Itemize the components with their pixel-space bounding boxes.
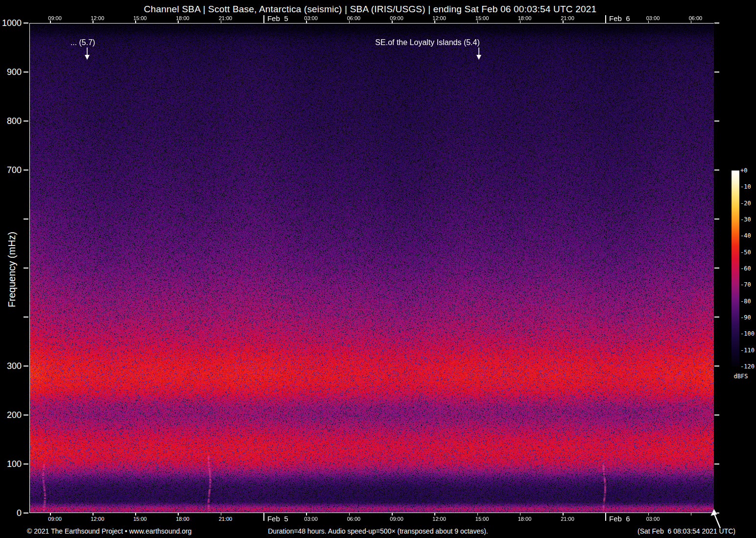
x-tick-label: 15:00 xyxy=(133,15,147,21)
y-tick xyxy=(714,121,719,122)
colorbar-tick-label: -120 xyxy=(740,363,755,370)
x-tick xyxy=(349,513,350,515)
y-tick xyxy=(714,170,719,171)
colorbar-tick-label: -10 xyxy=(740,183,751,190)
down-arrow-icon xyxy=(84,47,91,60)
x-tick xyxy=(263,513,264,521)
x-tick-label: 21:00 xyxy=(219,15,233,21)
chart-title: Channel SBA | Scott Base, Antarctica (se… xyxy=(0,4,740,15)
y-tick xyxy=(24,513,28,514)
colorbar-tick-label: -100 xyxy=(740,330,755,337)
x-tick-label: 03:00 xyxy=(304,516,318,522)
x-tick-label: Feb 5 xyxy=(267,14,288,23)
x-tick-label: 03:00 xyxy=(646,516,660,522)
x-tick-label: 15:00 xyxy=(133,516,147,522)
x-tick xyxy=(392,513,393,515)
colorbar-tick-label: -60 xyxy=(740,265,751,272)
x-tick-label: 09:00 xyxy=(48,516,62,522)
y-tick-label: 100 xyxy=(0,459,22,469)
x-tick-label: 12:00 xyxy=(432,15,446,21)
x-tick xyxy=(263,15,264,23)
y-tick xyxy=(714,219,719,220)
y-tick-label: 900 xyxy=(0,67,22,77)
y-tick xyxy=(714,366,719,367)
y-tick xyxy=(714,317,719,318)
x-tick-label: 06:00 xyxy=(347,15,361,21)
top-axis-spine xyxy=(29,23,714,24)
y-tick-label: 0 xyxy=(0,508,22,518)
colorbar-tick-label: -110 xyxy=(740,347,755,354)
x-tick-label: 06:00 xyxy=(347,516,361,522)
x-tick xyxy=(477,513,478,515)
x-tick-label: 09:00 xyxy=(48,15,62,21)
colorbar-tick-label: -30 xyxy=(740,216,751,223)
x-tick xyxy=(691,513,692,515)
spectrogram-page: Channel SBA | Scott Base, Antarctica (se… xyxy=(0,0,756,538)
plot-area: 09:0009:0012:0012:0015:0015:0018:0018:00… xyxy=(29,23,714,513)
x-tick-label: 18:00 xyxy=(176,516,189,522)
x-tick-label: 18:00 xyxy=(518,516,532,522)
colorbar-tick-label: -50 xyxy=(740,249,751,256)
colorbar-tick-label: -90 xyxy=(740,314,751,321)
y-tick xyxy=(714,464,719,465)
x-tick-label: 21:00 xyxy=(561,15,574,21)
x-tick xyxy=(93,513,94,515)
y-tick xyxy=(714,415,719,416)
x-tick xyxy=(178,513,179,515)
x-tick-label: 09:00 xyxy=(390,15,403,21)
y-tick xyxy=(24,317,28,318)
y-tick xyxy=(24,72,28,73)
x-tick-label: 06:00 xyxy=(689,15,703,21)
bottom-axis-spine xyxy=(29,513,714,513)
y-tick xyxy=(24,415,28,416)
y-tick-label: 1000 xyxy=(0,18,22,28)
x-tick-label: 09:00 xyxy=(390,516,403,522)
y-tick xyxy=(24,366,28,367)
left-axis-spine xyxy=(29,23,30,513)
x-tick-label: 03:00 xyxy=(646,15,660,21)
y-tick xyxy=(714,23,719,24)
y-tick-label: 700 xyxy=(0,165,22,175)
x-tick xyxy=(520,513,521,515)
x-tick-label: 15:00 xyxy=(475,516,489,522)
y-tick xyxy=(24,268,28,269)
colorbar-unit-label: dBFS xyxy=(729,373,753,380)
y-tick xyxy=(24,23,28,24)
colorbar-tick-label: -40 xyxy=(740,232,751,239)
spectrogram-canvas xyxy=(29,23,714,513)
x-tick-label: Feb 5 xyxy=(267,514,288,523)
y-tick xyxy=(24,219,28,220)
x-tick-label: 18:00 xyxy=(176,15,189,21)
colorbar-labels: +0-10-20-30-40-50-60-70-80-90-100-110-12… xyxy=(740,171,756,371)
x-tick-label: 03:00 xyxy=(304,15,318,21)
down-arrow-icon xyxy=(475,47,482,60)
x-tick-label: 12:00 xyxy=(432,516,446,522)
x-tick-label: Feb 6 xyxy=(609,14,630,23)
x-tick xyxy=(563,513,564,515)
event-annotation-label: ... (5.7) xyxy=(71,38,95,47)
y-tick xyxy=(714,268,719,269)
colorbar-tick-label: -70 xyxy=(740,281,751,288)
colorbar xyxy=(732,171,739,367)
event-annotation-label: SE.of the Loyalty Islands (5.4) xyxy=(375,38,479,47)
x-tick xyxy=(306,513,307,515)
x-tick-label: 12:00 xyxy=(91,15,104,21)
y-axis-title: Frequency (mHz) xyxy=(6,232,18,307)
y-tick xyxy=(24,464,28,465)
x-tick xyxy=(648,513,649,515)
mouse-cursor-icon xyxy=(709,508,724,530)
x-tick xyxy=(434,513,435,515)
x-tick-label: 15:00 xyxy=(475,15,489,21)
y-tick xyxy=(714,72,719,73)
x-tick-label: 12:00 xyxy=(91,516,104,522)
y-tick-label: 800 xyxy=(0,116,22,126)
colorbar-tick-label: -80 xyxy=(740,298,751,305)
x-tick xyxy=(50,513,51,515)
y-tick xyxy=(24,170,28,171)
x-tick-label: 18:00 xyxy=(518,15,532,21)
colorbar-tick-label: -20 xyxy=(740,200,751,207)
y-tick-label: 200 xyxy=(0,410,22,420)
x-tick xyxy=(135,513,136,515)
x-tick xyxy=(605,15,606,23)
x-tick-label: 21:00 xyxy=(219,516,233,522)
